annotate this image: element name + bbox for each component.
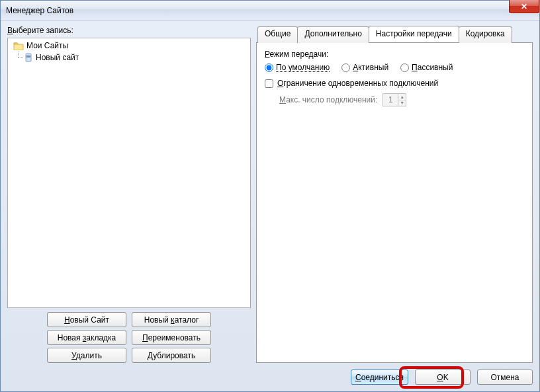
connect-button[interactable]: Соединиться: [351, 370, 408, 385]
duplicate-button[interactable]: Дублировать: [132, 348, 211, 363]
rename-button[interactable]: Переименовать: [132, 330, 211, 345]
radio-default-input[interactable]: [265, 63, 273, 72]
bottom-buttons: Соединиться OK Отмена: [7, 370, 533, 385]
tab-content-transfer: Режим передачи: По умолчанию Активный: [256, 42, 533, 363]
tree-root[interactable]: Мои Сайты: [11, 40, 248, 52]
spinner-up[interactable]: ▲: [398, 94, 406, 100]
folder-icon: [13, 41, 24, 50]
spinner-arrows: ▲ ▼: [398, 93, 406, 106]
limit-connections-row: Ограничение одновременных подключений: [265, 79, 524, 88]
radio-active[interactable]: Активный: [341, 63, 388, 72]
max-connections-input: [382, 93, 398, 106]
entries-tree[interactable]: Мои Сайты Новый сайт: [7, 38, 251, 308]
delete-button[interactable]: Удалить: [47, 348, 126, 363]
ok-button[interactable]: OK: [415, 370, 471, 385]
select-entry-label: Выберите запись:: [7, 26, 251, 35]
radio-active-label: Активный: [353, 63, 388, 72]
tab-advanced[interactable]: Дополнительно: [297, 26, 369, 43]
tab-charset[interactable]: Кодировка: [459, 26, 512, 43]
new-bookmark-button[interactable]: Новая закладка: [47, 330, 126, 345]
max-connections-label: Макс. число подключений:: [279, 95, 377, 104]
transfer-mode-label: Режим передачи:: [265, 50, 524, 59]
new-site-button[interactable]: Новый Сайт: [47, 312, 126, 327]
max-connections-row: Макс. число подключений: ▲ ▼: [265, 93, 524, 106]
tree-item[interactable]: Новый сайт: [11, 52, 248, 63]
tree-root-label: Мои Сайты: [26, 41, 68, 50]
spinner-down[interactable]: ▼: [398, 100, 406, 106]
close-icon: ✕: [521, 3, 527, 11]
radio-active-input[interactable]: [341, 63, 350, 72]
tabs-bar: Общие Дополнительно Настройки передачи К…: [257, 26, 533, 42]
cancel-button[interactable]: Отмена: [477, 370, 533, 385]
tab-general[interactable]: Общие: [257, 26, 298, 43]
client-area: Выберите запись: Мои Сайты: [1, 20, 539, 391]
site-manager-window: Менеджер Сайтов ✕ Выберите запись:: [0, 0, 540, 392]
max-connections-spinner: ▲ ▼: [382, 93, 406, 106]
limit-connections-checkbox[interactable]: [265, 79, 273, 88]
left-panel: Выберите запись: Мои Сайты: [7, 26, 251, 363]
entry-action-buttons: Новый Сайт Новый каталог Новая закладка …: [7, 312, 251, 363]
tree-item-label: Новый сайт: [36, 53, 79, 62]
new-folder-button[interactable]: Новый каталог: [132, 312, 211, 327]
window-title: Менеджер Сайтов: [6, 6, 537, 15]
radio-default-label: По умолчанию: [276, 63, 330, 72]
tree-lines: [16, 52, 24, 63]
radio-passive-input[interactable]: [400, 63, 409, 72]
close-button[interactable]: ✕: [509, 0, 539, 13]
limit-connections-label: Ограничение одновременных подключений: [277, 79, 438, 88]
radio-passive-label: Пассивный: [412, 63, 453, 72]
tab-transfer[interactable]: Настройки передачи: [369, 26, 459, 42]
svg-rect-2: [26, 56, 30, 57]
radio-default[interactable]: По умолчанию: [265, 63, 330, 72]
radio-passive[interactable]: Пассивный: [400, 63, 453, 72]
server-icon: [24, 53, 33, 62]
svg-rect-1: [26, 55, 30, 56]
titlebar: Менеджер Сайтов ✕: [1, 1, 539, 20]
svg-rect-3: [26, 58, 30, 58]
transfer-mode-radios: По умолчанию Активный Пассивный: [265, 63, 524, 72]
right-panel: Общие Дополнительно Настройки передачи К…: [256, 26, 533, 363]
main-columns: Выберите запись: Мои Сайты: [7, 26, 533, 363]
